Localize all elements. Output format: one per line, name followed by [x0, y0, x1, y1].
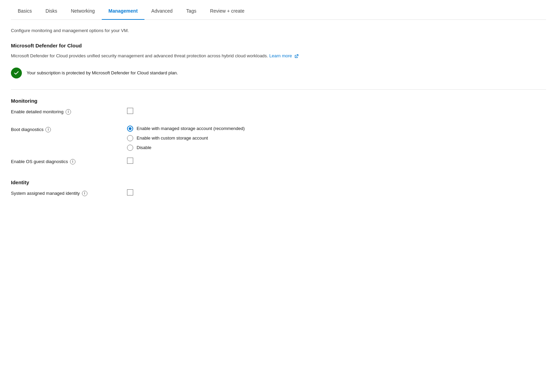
system-identity-checkbox[interactable]	[127, 189, 133, 195]
detailed-monitoring-checkbox-wrapper	[127, 108, 133, 114]
system-identity-checkbox-wrapper	[127, 189, 133, 195]
tab-disks[interactable]: Disks	[39, 3, 64, 20]
os-guest-diagnostics-label: Enable OS guest diagnostics i	[11, 158, 127, 164]
protected-text: Your subscription is protected by Micros…	[27, 70, 178, 75]
boot-diagnostics-custom-option[interactable]: Enable with custom storage account	[127, 135, 245, 141]
monitoring-section: Monitoring Enable detailed monitoring i …	[11, 98, 546, 169]
divider-1	[11, 89, 546, 90]
identity-section: Identity System assigned managed identit…	[11, 179, 546, 200]
tab-management[interactable]: Management	[102, 3, 145, 20]
boot-diagnostics-managed-radio[interactable]	[127, 126, 133, 132]
tab-basics[interactable]: Basics	[11, 3, 39, 20]
monitoring-title: Monitoring	[11, 98, 546, 104]
os-guest-diagnostics-row: Enable OS guest diagnostics i	[11, 158, 546, 169]
system-identity-label: System assigned managed identity i	[11, 189, 127, 196]
boot-diagnostics-managed-option[interactable]: Enable with managed storage account (rec…	[127, 126, 245, 132]
boot-diagnostics-custom-radio[interactable]	[127, 135, 133, 141]
system-identity-info-icon[interactable]: i	[82, 191, 87, 196]
identity-title: Identity	[11, 179, 546, 185]
tab-networking[interactable]: Networking	[64, 3, 101, 20]
tab-navigation: BasicsDisksNetworkingManagementAdvancedT…	[11, 0, 546, 20]
detailed-monitoring-info-icon[interactable]: i	[66, 109, 71, 115]
os-guest-diagnostics-checkbox[interactable]	[127, 158, 133, 164]
tab-advanced[interactable]: Advanced	[144, 3, 179, 20]
tab-review-create[interactable]: Review + create	[203, 3, 251, 20]
protected-notice: Your subscription is protected by Micros…	[11, 68, 546, 78]
os-guest-diagnostics-control	[127, 158, 133, 164]
detailed-monitoring-checkbox[interactable]	[127, 108, 133, 114]
tab-tags[interactable]: Tags	[179, 3, 203, 20]
check-circle-icon	[11, 68, 22, 78]
defender-description: Microsoft Defender for Cloud provides un…	[11, 53, 318, 59]
boot-diagnostics-info-icon[interactable]: i	[45, 127, 51, 132]
system-identity-control	[127, 189, 133, 195]
page-content: Configure monitoring and management opti…	[11, 20, 546, 219]
external-link-icon	[294, 54, 298, 58]
defender-section: Microsoft Defender for Cloud Microsoft D…	[11, 43, 546, 78]
boot-diagnostics-label: Boot diagnostics i	[11, 126, 127, 132]
detailed-monitoring-control	[127, 108, 133, 114]
detailed-monitoring-row: Enable detailed monitoring i	[11, 108, 546, 119]
system-identity-row: System assigned managed identity i	[11, 189, 546, 200]
detailed-monitoring-label: Enable detailed monitoring i	[11, 108, 127, 115]
boot-diagnostics-control: Enable with managed storage account (rec…	[127, 126, 245, 151]
os-guest-diagnostics-checkbox-wrapper	[127, 158, 133, 164]
defender-title: Microsoft Defender for Cloud	[11, 43, 546, 48]
os-guest-diagnostics-info-icon[interactable]: i	[70, 159, 75, 164]
learn-more-link[interactable]: Learn more	[269, 53, 298, 58]
boot-diagnostics-disable-option[interactable]: Disable	[127, 145, 245, 151]
boot-diagnostics-disable-radio[interactable]	[127, 145, 133, 151]
boot-diagnostics-row: Boot diagnostics i Enable with managed s…	[11, 126, 546, 151]
page-subtitle: Configure monitoring and management opti…	[11, 28, 546, 33]
